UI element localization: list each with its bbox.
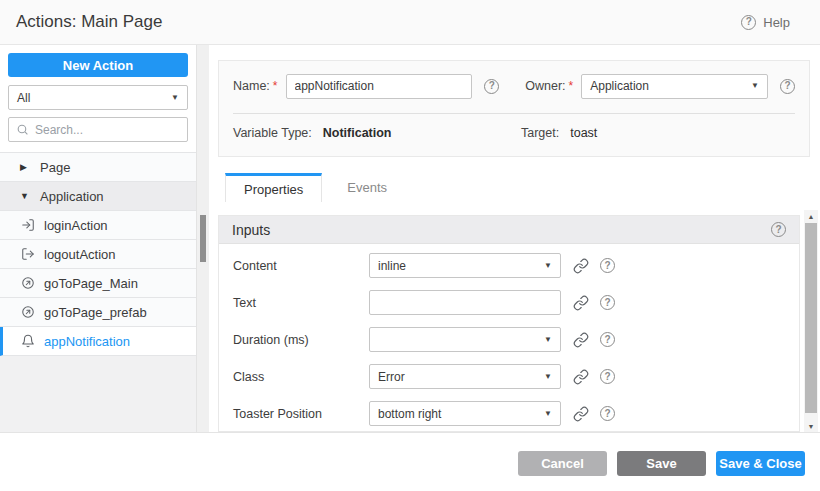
sidebar-item-label: Application	[40, 189, 104, 204]
bind-link-icon[interactable]	[573, 369, 589, 385]
page-title: Actions: Main Page	[16, 12, 162, 32]
chevron-down-icon: ▼	[544, 336, 552, 344]
sidebar-item-goToPage_Main[interactable]: goToPage_Main	[0, 269, 196, 298]
sidebar-item-label: loginAction	[44, 218, 108, 233]
owner-label: Owner:	[525, 79, 565, 93]
sidebar-item-label: goToPage_Main	[44, 276, 138, 291]
field-text-input[interactable]	[369, 290, 561, 315]
required-marker: *	[273, 79, 278, 93]
chevron-down-icon: ▼	[544, 262, 552, 270]
action-filter-select[interactable]: All ▼	[8, 85, 188, 110]
name-owner-row: Name: * ? Owner: * Application ▼ ?	[219, 61, 809, 99]
sidebar-item-label: goToPage_prefab	[44, 305, 147, 320]
inputs-section: Inputs ? Contentinline▼?Text?Duration (m…	[218, 215, 800, 432]
sidebar-item-goToPage_prefab[interactable]: goToPage_prefab	[0, 298, 196, 327]
chevron-right-icon: ▶	[20, 163, 32, 172]
save-and-close-button[interactable]: Save & Close	[716, 451, 805, 476]
field-row-toaster-position: Toaster Positionbottom right▼?	[219, 395, 799, 432]
chevron-down-icon: ▼	[544, 410, 552, 418]
inputs-section-header: Inputs ?	[219, 216, 799, 244]
help-icon[interactable]: ?	[600, 369, 615, 384]
field-select[interactable]: Error▼	[369, 364, 561, 389]
help-label: Help	[763, 15, 790, 30]
sidebar-scrollbar-thumb[interactable]	[200, 215, 206, 262]
select-selected-value: bottom right	[378, 407, 441, 421]
owner-selected-value: Application	[590, 79, 649, 93]
dialog-footer: Cancel Save Save & Close	[0, 432, 820, 491]
type-target-row: Variable Type: Notification Target: toas…	[219, 114, 809, 140]
sidebar-item-Page[interactable]: ▶Page	[0, 153, 196, 182]
scroll-down-arrow[interactable]: ▼	[804, 420, 818, 432]
goto-page-icon	[21, 276, 35, 290]
actions-tree: ▶Page▼ApplicationloginActionlogoutAction…	[0, 152, 196, 356]
cancel-button[interactable]: Cancel	[518, 451, 607, 476]
properties-scrollbar[interactable]: ▲ ▼	[804, 210, 818, 432]
chevron-down-icon: ▼	[751, 82, 759, 90]
sidebar-item-appNotification[interactable]: appNotification	[0, 327, 196, 356]
actions-sidebar: New Action All ▼ ▶Page▼ApplicationloginA…	[0, 45, 196, 432]
detail-tabbar: PropertiesEvents	[218, 172, 405, 202]
field-row-duration-ms-: Duration (ms)▼?	[219, 321, 799, 358]
name-label: Name:	[233, 79, 270, 93]
sidebar-item-label: Page	[40, 160, 70, 175]
help-button[interactable]: ? Help	[741, 15, 790, 30]
help-icon[interactable]: ?	[600, 406, 615, 421]
action-detail-panel: Name: * ? Owner: * Application ▼ ? Varia…	[209, 45, 820, 432]
select-selected-value: inline	[378, 259, 406, 273]
target-label: Target:	[521, 126, 559, 140]
inputs-fields: Contentinline▼?Text?Duration (ms)▼?Class…	[219, 247, 799, 432]
tab-events[interactable]: Events	[329, 173, 405, 202]
owner-select[interactable]: Application ▼	[581, 74, 768, 99]
search-icon	[16, 123, 29, 136]
login-icon	[21, 218, 35, 232]
chevron-down-icon: ▼	[20, 192, 32, 201]
field-row-text: Text?	[219, 284, 799, 321]
tab-properties[interactable]: Properties	[225, 173, 322, 202]
help-icon[interactable]: ?	[600, 295, 615, 310]
scroll-up-arrow[interactable]: ▲	[804, 210, 818, 222]
sidebar-item-Application[interactable]: ▼Application	[0, 182, 196, 211]
inputs-section-title: Inputs	[232, 222, 270, 238]
field-select[interactable]: inline▼	[369, 253, 561, 278]
help-icon[interactable]: ?	[600, 332, 615, 347]
sidebar-item-logoutAction[interactable]: logoutAction	[0, 240, 196, 269]
field-label: Duration (ms)	[233, 333, 369, 347]
help-icon[interactable]: ?	[484, 79, 499, 94]
field-row-class: ClassError▼?	[219, 358, 799, 395]
field-label: Class	[233, 370, 369, 384]
logout-icon	[21, 247, 35, 261]
sidebar-item-loginAction[interactable]: loginAction	[0, 211, 196, 240]
action-search	[8, 117, 188, 142]
dialog-header: Actions: Main Page ? Help	[0, 0, 820, 45]
save-button[interactable]: Save	[617, 451, 706, 476]
bind-link-icon[interactable]	[573, 258, 589, 274]
chevron-down-icon: ▼	[544, 373, 552, 381]
bind-link-icon[interactable]	[573, 332, 589, 348]
field-label: Text	[233, 296, 369, 310]
sidebar-item-label: logoutAction	[44, 247, 116, 262]
field-label: Content	[233, 259, 369, 273]
field-select[interactable]: ▼	[369, 327, 561, 352]
properties-scrollbar-thumb[interactable]	[805, 223, 817, 413]
goto-page-icon	[21, 305, 35, 319]
sidebar-scrollbar[interactable]	[196, 45, 209, 432]
target-value: toast	[570, 126, 597, 140]
select-selected-value: Error	[378, 370, 405, 384]
required-marker: *	[569, 79, 574, 93]
field-row-content: Contentinline▼?	[219, 247, 799, 284]
chevron-down-icon: ▼	[171, 94, 179, 102]
bind-link-icon[interactable]	[573, 295, 589, 311]
sidebar-filler	[0, 356, 196, 432]
sidebar-item-label: appNotification	[44, 334, 130, 349]
new-action-button[interactable]: New Action	[8, 53, 188, 77]
help-icon[interactable]: ?	[771, 222, 786, 237]
help-icon[interactable]: ?	[600, 258, 615, 273]
field-select[interactable]: bottom right▼	[369, 401, 561, 426]
action-summary-card: Name: * ? Owner: * Application ▼ ? Varia…	[218, 60, 810, 157]
name-field[interactable]	[286, 74, 473, 99]
notification-icon	[21, 334, 35, 348]
bind-link-icon[interactable]	[573, 406, 589, 422]
variable-type-value: Notification	[323, 126, 392, 140]
search-input[interactable]	[35, 123, 180, 137]
help-icon[interactable]: ?	[780, 79, 795, 94]
